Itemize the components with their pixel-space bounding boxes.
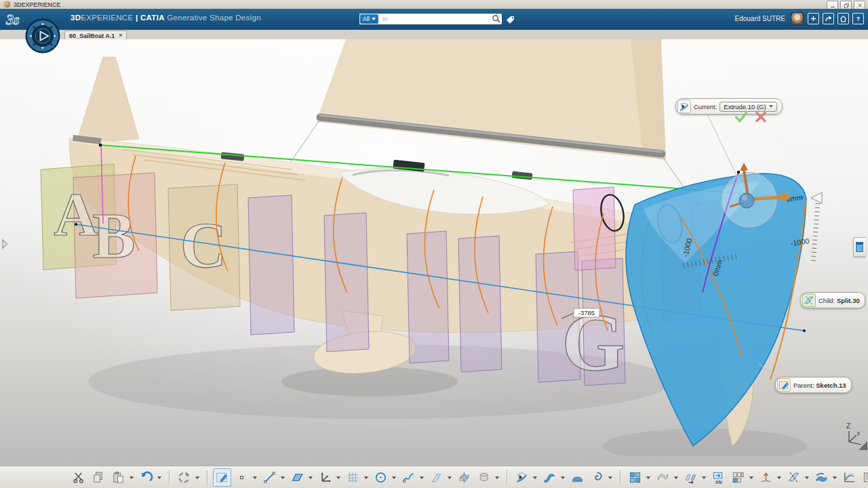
document-tab[interactable]: 60_SailBoat A.1 ×	[64, 30, 127, 40]
svg-text:-1000: -1000	[790, 237, 810, 247]
tool-blend-surface[interactable]	[540, 468, 559, 487]
undo-icon	[139, 470, 153, 485]
close-tab-icon[interactable]: ×	[119, 33, 122, 39]
user-avatar[interactable]	[791, 12, 804, 25]
child-feature-tag[interactable]: Child: Split.30	[800, 292, 865, 308]
tool-untrim[interactable]	[654, 468, 672, 487]
tag-icon[interactable]	[505, 15, 515, 28]
user-name[interactable]: Edouard SUTRE	[735, 15, 785, 22]
search-input[interactable]	[381, 15, 492, 23]
chevron-down-icon[interactable]	[608, 476, 612, 479]
ruler-marker[interactable]	[811, 192, 822, 203]
tool-axis-system[interactable]	[316, 468, 334, 487]
tool-cut[interactable]	[70, 468, 88, 487]
toolbar-separator	[207, 470, 208, 485]
home-button[interactable]	[837, 13, 849, 24]
help-button[interactable]: ?	[852, 13, 864, 24]
tool-sketch[interactable]	[213, 468, 231, 487]
confirm-actions	[734, 111, 767, 123]
chevron-down-icon[interactable]	[561, 476, 565, 479]
tool-symmetry[interactable]	[682, 468, 700, 487]
tool-work-grid[interactable]	[344, 468, 362, 487]
chevron-down-icon[interactable]	[533, 476, 537, 479]
tool-line[interactable]	[260, 468, 279, 487]
tool-point[interactable]	[233, 468, 251, 487]
chevron-down-icon[interactable]	[309, 476, 313, 479]
tree-panel-tab[interactable]	[853, 237, 865, 257]
search-filter-dropdown[interactable]: All	[360, 14, 378, 24]
main-sail[interactable]	[316, 39, 666, 160]
global-search[interactable]: All	[359, 13, 502, 25]
ok-check-button[interactable]	[734, 111, 748, 123]
tool-plane[interactable]	[288, 468, 307, 487]
chevron-down-icon[interactable]	[195, 476, 199, 479]
tool-undo[interactable]	[137, 468, 155, 487]
line-icon	[262, 470, 277, 485]
dassault-systemes-logo: 3s	[4, 10, 27, 32]
fill-icon	[570, 470, 585, 485]
tool-paste[interactable]	[109, 468, 127, 487]
tool-revolve-surface[interactable]	[475, 468, 493, 487]
header-actions: ?	[808, 13, 864, 24]
chevron-down-icon[interactable]	[253, 476, 257, 479]
tool-intersection[interactable]	[455, 468, 473, 487]
current-label: Current:	[694, 103, 717, 110]
tool-porcupine-analysis[interactable]	[840, 468, 859, 487]
grid-icon	[346, 470, 360, 485]
search-icon[interactable]	[492, 14, 501, 24]
brand-app: CATIA	[140, 14, 165, 22]
tool-translate[interactable]	[757, 468, 775, 487]
tool-split[interactable]	[785, 468, 803, 487]
chevron-down-icon[interactable]	[777, 476, 781, 479]
svg-text:3s: 3s	[5, 11, 20, 28]
svg-text:?: ?	[856, 16, 860, 22]
3d-compass[interactable]	[25, 18, 60, 54]
panel-expander-icon[interactable]	[1, 239, 9, 252]
chevron-down-icon[interactable]	[702, 476, 706, 479]
chevron-down-icon[interactable]	[833, 476, 837, 479]
chevron-down-icon[interactable]	[392, 476, 396, 479]
tool-measure[interactable]	[860, 468, 868, 487]
add-content-button[interactable]	[808, 13, 819, 24]
parent-label: Parent: Sketch.13	[793, 382, 846, 389]
share-button[interactable]	[823, 13, 834, 24]
vertical-ruler	[813, 203, 818, 263]
chevron-down-icon[interactable]	[130, 476, 134, 479]
chevron-down-icon[interactable]	[364, 476, 368, 479]
sketch-icon	[215, 470, 229, 485]
resize-grip[interactable]	[859, 441, 867, 450]
chevron-down-icon	[372, 18, 376, 20]
chevron-down-icon[interactable]	[281, 476, 285, 479]
chevron-down-icon[interactable]	[749, 476, 753, 479]
chevron-down-icon[interactable]	[448, 476, 452, 479]
chevron-down-icon[interactable]	[646, 476, 650, 479]
3d-viewport[interactable]: A B C G	[0, 39, 868, 466]
fore-sail[interactable]	[76, 57, 139, 144]
chevron-down-icon[interactable]	[157, 476, 161, 479]
symmetry-icon	[684, 470, 698, 485]
chevron-down-icon[interactable]	[805, 476, 809, 479]
chevron-down-icon[interactable]	[495, 476, 499, 479]
tool-helix[interactable]	[588, 468, 606, 487]
chevron-down-icon[interactable]	[674, 476, 678, 479]
tool-pattern[interactable]	[729, 468, 747, 487]
chevron-down-icon[interactable]	[420, 476, 424, 479]
help-icon: ?	[854, 14, 863, 23]
parent-feature-tag[interactable]: Parent: Sketch.13	[775, 377, 852, 393]
chevron-down-icon[interactable]	[336, 476, 340, 479]
tool-trim[interactable]	[812, 468, 831, 487]
tool-circle[interactable]	[372, 468, 390, 487]
tool-fill-surface[interactable]	[568, 468, 587, 487]
tool-copy[interactable]	[90, 468, 108, 487]
tool-extrude-surface[interactable]	[427, 468, 446, 487]
tool-sweep-surface[interactable]	[513, 468, 531, 487]
tool-join[interactable]	[626, 468, 644, 487]
current-feature-dropdown[interactable]: Extrude.10 (G)	[719, 102, 776, 112]
header-right-cluster: Edouard SUTRE ?	[735, 12, 864, 25]
tool-update[interactable]	[175, 468, 193, 487]
highlighted-surface-split30[interactable]	[626, 171, 806, 446]
tool-instantiate-xn[interactable]: XN	[709, 468, 728, 487]
cancel-x-button[interactable]	[755, 111, 767, 123]
tool-spline[interactable]	[399, 468, 418, 487]
sweep-icon	[515, 470, 529, 485]
